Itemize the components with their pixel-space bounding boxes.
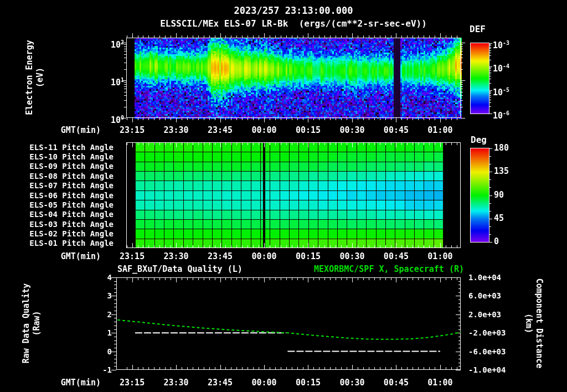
energy-tick-label: 101 [111,75,124,87]
time-tick-label: 01:00 [427,378,452,388]
pitch-row-label: ELS-02 Pitch Angle [29,229,114,238]
gmt-axis-label-bottom: GMT(min) [61,378,101,388]
def-tick-label: 10-5 [493,85,509,97]
time-tick-label: 00:45 [384,126,409,135]
time-tick-label: 00:30 [339,126,364,135]
time-tick-label: 23:30 [163,378,188,388]
time-tick-label: 23:15 [120,378,145,388]
deg-tick-label: 135 [494,167,509,176]
def-tick-label: 10-4 [493,61,509,74]
time-tick-label: 00:00 [251,126,276,135]
time-tick-label: 23:30 [163,252,188,261]
time-tick-label: 00:15 [296,126,321,135]
pitch-row-label: ELS-04 Pitch Angle [29,210,114,219]
title-datetime: 2023/257 23:13:00.000 [234,6,353,16]
time-tick-label: 00:00 [251,378,276,388]
bottom-title-right: MEXORBMC/SPF X, Spacecraft (R) [314,265,464,274]
def-tick-label: 10-3 [493,38,509,50]
distance-y-axis-label: Component Distance(km) [522,268,544,379]
distance-y-axis-label-line1: Component Distance [534,278,544,369]
pitch-row-label: ELS-10 Pitch Angle [29,152,114,161]
distance-tick-label: -6.0e+03 [468,347,506,356]
time-tick-label: 00:30 [339,378,364,388]
deg-tick-label: 180 [494,143,509,153]
distance-tick-label: 2.0e+03 [468,310,501,319]
energy-tick-label: 100 [111,113,124,125]
quality-tick-label: 3 [107,291,112,300]
quality-tick-label: 4 [107,273,112,282]
quality-y-axis-label-line2: (Raw) [32,311,42,336]
spectrogram-y-axis-label-line2: (eV) [35,68,45,87]
time-tick-label: 23:30 [163,126,188,135]
time-tick-label: 00:15 [296,378,321,388]
pitch-row-label: ELS-08 Pitch Angle [29,172,114,180]
plot-area: 2023/257 23:13:00.000 ELSSCIL/MEx ELS-07… [0,0,567,392]
deg-tick-label: 90 [494,190,504,200]
quality-tick-label: 1 [107,328,112,337]
pitch-row-label: ELS-07 Pitch Angle [29,181,114,190]
quality-tick-label: 2 [107,310,112,319]
pitch-row-label: ELS-05 Pitch Angle [29,200,114,209]
time-tick-label: 00:00 [251,252,276,261]
pitch-row-label: ELS-06 Pitch Angle [29,191,114,200]
deg-tick-label: 0 [494,237,499,246]
time-tick-label: 23:45 [208,378,233,388]
gmt-axis-label-pitch: GMT(min) [61,252,101,261]
gmt-axis-label-spectrogram: GMT(min) [61,126,101,135]
time-tick-label: 00:45 [384,252,409,261]
pitch-row-label: ELS-09 Pitch Angle [29,162,114,171]
distance-tick-label: -2.0e+03 [468,328,506,337]
quality-y-axis-label-line1: Raw Data Quality [21,283,31,364]
time-tick-label: 23:15 [120,252,145,261]
def-colorbar-title: DEF [470,24,486,34]
deg-tick-label: 45 [494,214,504,223]
time-tick-label: 00:45 [384,378,409,388]
energy-tick-label: 102 [111,38,124,50]
distance-tick-label: 6.0e+03 [468,291,501,300]
bottom-title-left: SAF_BXuT/Data Quality (L) [117,265,243,274]
quality-y-axis-label: Raw Data Quality(Raw) [21,268,43,379]
distance-tick-label: 1.0e+04 [468,273,501,282]
pitch-row-label: ELS-03 Pitch Angle [29,220,114,229]
quality-tick-label: -1 [102,365,112,374]
quality-tick-label: 0 [107,347,112,356]
time-tick-label: 23:15 [120,126,145,135]
time-tick-label: 00:30 [339,252,364,261]
time-tick-label: 01:00 [427,252,452,261]
spectrogram-y-axis-label-line1: Electron Energy [24,40,34,115]
time-tick-label: 23:45 [208,126,233,135]
time-tick-label: 00:15 [296,252,321,261]
distance-tick-label: -1.0e+04 [468,365,506,374]
pitch-row-label: ELS-01 Pitch Angle [29,239,114,247]
time-tick-label: 01:00 [427,126,452,135]
pitch-row-label: ELS-11 Pitch Angle [29,143,114,152]
spectrogram-y-axis-label: Electron Energy(eV) [24,22,47,133]
time-tick-label: 23:45 [208,252,233,261]
distance-y-axis-label-line2: (km) [524,313,534,333]
deg-colorbar-title: Deg [471,135,487,145]
title-main: ELSSCIL/MEx ELS-07 LR-Bk (ergs/(cm**2-sr… [160,19,427,29]
def-tick-label: 10-6 [493,109,509,121]
